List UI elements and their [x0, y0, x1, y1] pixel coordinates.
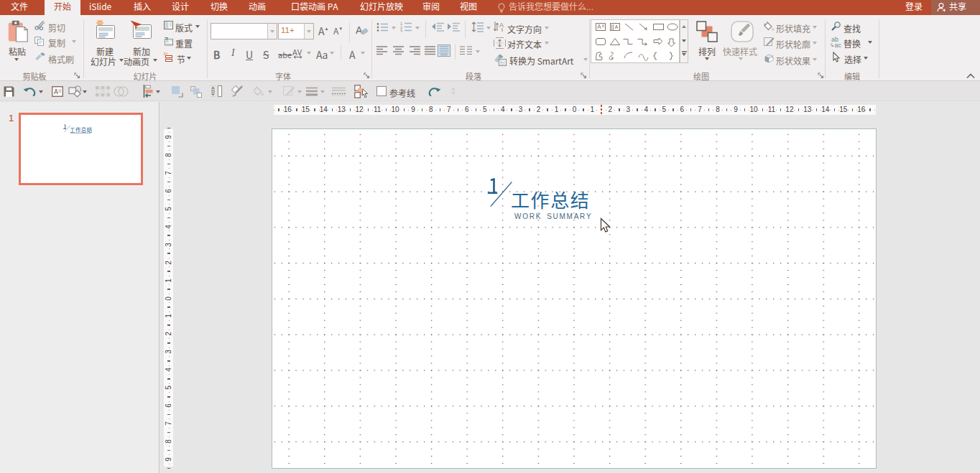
svg-text:A: A: [499, 22, 504, 29]
svg-text:3: 3: [400, 29, 402, 33]
svg-text:ac: ac: [835, 42, 842, 48]
svg-text:A: A: [356, 24, 363, 36]
